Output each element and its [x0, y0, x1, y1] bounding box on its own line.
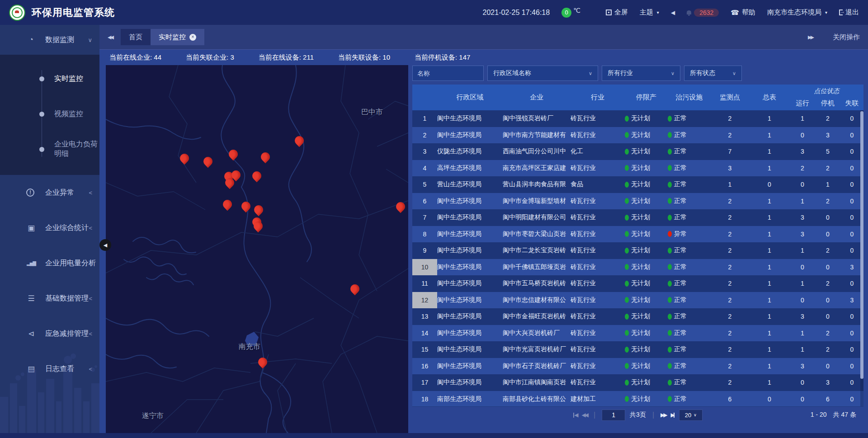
- sidebar-subitem-企业电力负荷明细[interactable]: 企业电力负荷明细: [0, 132, 99, 167]
- cell-facility: 正常: [668, 325, 711, 342]
- table-row[interactable]: 14阆中生态环境局阆中大兴页岩机砖厂砖瓦行业无计划正常21120: [412, 325, 863, 342]
- cell-seq: 17: [412, 374, 437, 391]
- cell-region: 阆中生态环境局: [437, 292, 503, 309]
- table-scrollbar[interactable]: [860, 110, 863, 406]
- table-row[interactable]: 6阆中生态环境局阆中市金博瑞新型墙材砖瓦行业无计划正常21120: [412, 193, 863, 210]
- name-filter-input[interactable]: [412, 66, 484, 81]
- cell-region: 阆中生态环境局: [437, 193, 503, 210]
- cell-company: 阆中大兴页岩机砖厂: [503, 325, 571, 342]
- tab-realtime-monitor[interactable]: 实时监控 ×: [151, 29, 204, 45]
- cell-run: 0: [790, 391, 815, 407]
- stat-label: 当前失联企业:: [186, 53, 230, 61]
- org-dropdown[interactable]: 南充市生态环境局 ▾: [767, 8, 827, 17]
- sidebar-subitem-视频监控[interactable]: 视频监控: [0, 96, 99, 132]
- tab-home[interactable]: 首页: [121, 29, 151, 45]
- tabs-scroll-left-icon[interactable]: ◀◀: [108, 34, 113, 40]
- sidebar-subitem-实时监控[interactable]: 实时监控: [0, 61, 99, 96]
- cell-facility: 正常: [668, 358, 711, 375]
- col-facility: 治污设施: [668, 85, 711, 110]
- logout-button[interactable]: 退出: [839, 8, 859, 17]
- enterprise-panel: 行政区域名称 ∨ 所有行业 ∨ 所有状态 ∨: [412, 65, 863, 433]
- map[interactable]: 巴中市南充市遂宁市: [106, 65, 408, 433]
- sidebar-item-label: 企业异常: [45, 188, 74, 198]
- cell-monitor: 7: [711, 143, 749, 160]
- map-roads-rivers: [106, 65, 408, 433]
- status-dot-icon: [625, 231, 629, 237]
- cell-limit: 无计划: [625, 226, 668, 243]
- last-page-button[interactable]: ▶: [671, 412, 675, 418]
- cell-industry: 化工: [571, 143, 625, 160]
- facility-text: 正常: [674, 263, 687, 271]
- cell-stop: 1: [815, 176, 840, 193]
- cell-company: 阆中市光富页岩机砖厂: [503, 341, 571, 358]
- page-size-value: 20: [685, 412, 691, 419]
- mute-button[interactable]: ◀: [671, 9, 675, 16]
- help-button[interactable]: ☎ 帮助: [731, 8, 755, 17]
- first-page-button[interactable]: ◀: [573, 412, 577, 418]
- table-row[interactable]: 18南部生态环境局南部县砂化土砖有限公建材加工无计划正常60060: [412, 391, 863, 407]
- table-row[interactable]: 15阆中生态环境局阆中市光富页岩机砖厂砖瓦行业无计划正常21120: [412, 341, 863, 358]
- cell-industry: 砖瓦行业: [571, 226, 625, 243]
- limit-text: 无计划: [631, 296, 650, 304]
- filter-row: 行政区域名称 ∨ 所有行业 ∨ 所有状态 ∨: [412, 66, 863, 82]
- table-row[interactable]: 4高坪生态环境局南充市高坪区王家店建砖瓦行业无计划正常31220: [412, 160, 863, 177]
- sidebar-item-企业综合统计[interactable]: ▣企业综合统计<: [0, 210, 99, 245]
- status-dot-icon: [625, 380, 629, 386]
- theme-dropdown[interactable]: 主题 ▾: [640, 8, 659, 17]
- region-filter-select[interactable]: 行政区域名称 ∨: [487, 66, 598, 81]
- limit-text: 无计划: [631, 378, 650, 386]
- cell-company: 阆中市二龙长宝页岩砖: [503, 242, 571, 259]
- table-row[interactable]: 3仪陇生态环境局西南油气田分公司川中化工无计划正常71350: [412, 143, 863, 160]
- cell-region: 南部生态环境局: [437, 391, 503, 407]
- table-row[interactable]: 11阆中生态环境局阆中市五马桥页岩机砖砖瓦行业无计划正常21120: [412, 275, 863, 292]
- table-row[interactable]: 8阆中生态环境局阆中市枣碧大梁山页岩砖瓦行业无计划异常21300: [412, 226, 863, 243]
- page-number-input[interactable]: [602, 410, 625, 421]
- table-row[interactable]: 5营山生态环境局营山县润丰肉食品有限食品无计划正常10010: [412, 176, 863, 193]
- cell-seq: 18: [412, 391, 437, 407]
- table-row[interactable]: 9阆中生态环境局阆中市二龙长宝页岩砖砖瓦行业无计划正常21120: [412, 242, 863, 259]
- skyline-decoration: [0, 343, 99, 433]
- sidebar-item-企业用电量分析[interactable]: ▂▅▇企业用电量分析<: [0, 245, 99, 281]
- status-filter-select[interactable]: 所有状态 ∨: [684, 66, 742, 81]
- close-tab-icon[interactable]: ×: [189, 34, 196, 41]
- cell-meter: 0: [749, 176, 790, 193]
- table-row[interactable]: 2阆中生态环境局阆中市南方节能建材有砖瓦行业无计划正常21030: [412, 127, 863, 144]
- table-row[interactable]: 7阆中生态环境局阆中明阳建材有限公司砖瓦行业无计划正常21300: [412, 209, 863, 226]
- pager-divider: |: [594, 411, 595, 419]
- chevron-down-icon: ▾: [825, 10, 827, 15]
- map-collapse-toggle[interactable]: ◀: [99, 239, 111, 251]
- notifications[interactable]: 2632: [687, 9, 719, 17]
- cell-stop: 0: [815, 358, 840, 375]
- close-operations-button[interactable]: 关闭操作: [833, 33, 860, 42]
- cell-monitor: 2: [711, 292, 749, 309]
- table-row[interactable]: 1阆中生态环境局阆中强锐页岩砖厂砖瓦行业无计划正常21120: [412, 110, 863, 127]
- scrollbar-thumb[interactable]: [860, 111, 863, 379]
- cell-company: 阆中千佛镇五郎垭页岩: [503, 259, 571, 276]
- datetime: 2021-02-25 17:46:18: [483, 9, 550, 17]
- table-row[interactable]: 16阆中生态环境局阆中市石子页岩机砖厂砖瓦行业无计划正常21300: [412, 358, 863, 375]
- cell-stop: 0: [815, 308, 840, 325]
- cell-limit: 无计划: [625, 374, 668, 391]
- cell-meter: 1: [749, 127, 790, 144]
- prev-page-button[interactable]: ◀◀: [581, 412, 587, 418]
- industry-filter-select[interactable]: 所有行业 ∨: [602, 66, 680, 81]
- page-size-select[interactable]: 20 ∨: [679, 410, 703, 421]
- sidebar-item-基础数据管理[interactable]: ☰基础数据管理<: [0, 281, 99, 316]
- cell-facility: 正常: [668, 391, 711, 407]
- table-row[interactable]: 10阆中生态环境局阆中千佛镇五郎垭页岩砖瓦行业无计划正常21003: [412, 259, 863, 276]
- status-dot-icon: [625, 198, 629, 204]
- cell-facility: 正常: [668, 275, 711, 292]
- table-row[interactable]: 13阆中生态环境局阆中市金福旺页岩机砖砖瓦行业无计划正常21300: [412, 308, 863, 325]
- cell-meter: 1: [749, 160, 790, 177]
- sidebar-item-企业异常[interactable]: !企业异常<: [0, 175, 99, 210]
- next-page-button[interactable]: ▶▶: [660, 412, 666, 418]
- cell-monitor: 1: [711, 176, 749, 193]
- table-row[interactable]: 17阆中生态环境局阆中市江南镇阆南页岩砖瓦行业无计划正常21030: [412, 374, 863, 391]
- fullscreen-button[interactable]: 全屏: [606, 8, 628, 17]
- cell-monitor: 2: [711, 341, 749, 358]
- cell-region: 阆中生态环境局: [437, 226, 503, 243]
- tabs-scroll-right-icon[interactable]: ▶▶: [808, 34, 813, 40]
- sidebar-item-数据监测[interactable]: ◔数据监测∨: [0, 25, 99, 55]
- table-row[interactable]: 12阆中生态环境局阆中市忠信建材有限公砖瓦行业无计划正常21003: [412, 292, 863, 309]
- cell-company: 西南油气田分公司川中: [503, 143, 571, 160]
